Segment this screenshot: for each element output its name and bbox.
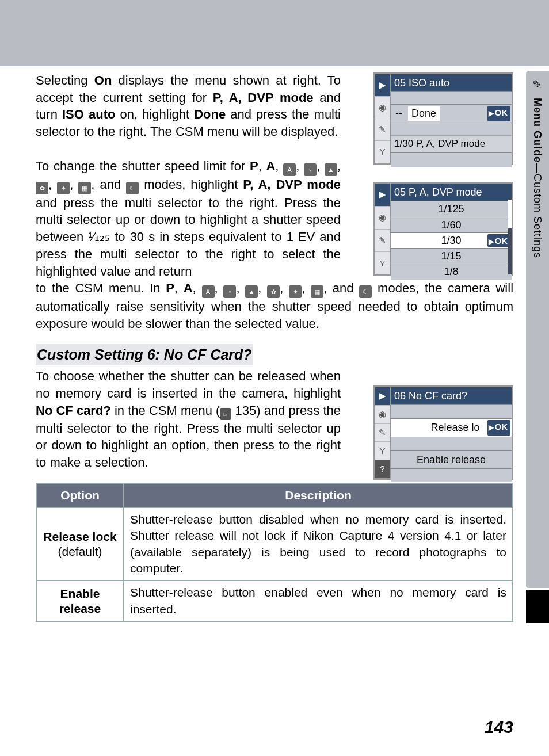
- text: to the CSM menu. In: [36, 281, 166, 295]
- text: ,: [174, 281, 184, 295]
- text: To choose whether the shutter can be rel…: [36, 369, 341, 400]
- page-number: 143: [485, 716, 513, 739]
- text-bold: A: [184, 281, 193, 295]
- landscape-mode-icon: ▲: [325, 163, 337, 176]
- col-option: Option: [36, 483, 124, 507]
- fraction: ¹⁄₁₂₅: [88, 230, 110, 244]
- sports-mode-icon: ✦: [57, 182, 70, 194]
- text-bold: On: [94, 73, 112, 87]
- auto-mode-icon: A: [202, 285, 215, 298]
- option-default: (default): [43, 544, 117, 559]
- table-row: Release lock (default) Shutter-release b…: [36, 507, 513, 581]
- paragraph-iso-auto: Selecting On displays the menu shown at …: [36, 72, 341, 140]
- auto-mode-icon: A: [283, 163, 296, 176]
- text: ,: [258, 159, 266, 173]
- text: modes, highlight: [139, 177, 243, 192]
- table-row: Enable release Shutter-release button en…: [36, 581, 513, 621]
- col-description: Description: [124, 483, 513, 507]
- side-tab-label: Menu Guide—Custom Settings: [531, 98, 544, 258]
- header-band: [0, 0, 549, 66]
- macro-mode-icon: ✿: [267, 285, 280, 298]
- paragraph-shutter-limit-cont: to the CSM menu. In P, A, A, ♀, ▲, ✿, ✦,…: [36, 280, 513, 332]
- heading-title: No CF Card?: [164, 346, 252, 362]
- pencil-icon: ✎: [531, 77, 543, 92]
- night-portrait-mode-icon: ☾: [126, 182, 139, 194]
- portrait-mode-icon: ♀: [304, 163, 317, 176]
- night-mode-icon: ▦: [311, 285, 323, 298]
- page-content: Selecting On displays the menu shown at …: [36, 72, 513, 622]
- night-portrait-mode-icon: ☾: [359, 285, 372, 298]
- text: ,: [193, 281, 202, 295]
- text: in the CSM menu (: [111, 403, 220, 418]
- option-name-cell: Enable release: [36, 581, 124, 621]
- heading-custom-setting-6: Custom Setting 6: No CF Card?: [36, 344, 253, 366]
- option-desc: Shutter-release button enabled even when…: [124, 581, 513, 621]
- text-bold: P: [250, 159, 258, 173]
- text: , and: [323, 281, 359, 295]
- options-table: Option Description Release lock (default…: [36, 483, 513, 622]
- text-bold: P, A, DVP mode: [243, 177, 341, 192]
- option-name-cell: Release lock (default): [36, 507, 124, 581]
- text: Selecting: [36, 73, 94, 87]
- text: , and: [91, 177, 126, 192]
- heading-prefix: Custom Setting 6:: [37, 346, 164, 362]
- text-bold: A: [266, 159, 275, 173]
- text: on, highlight: [115, 107, 194, 121]
- sports-mode-icon: ✦: [289, 285, 302, 298]
- side-tab-bold: Menu Guide—: [532, 98, 543, 174]
- macro-mode-icon: ✿: [36, 182, 48, 194]
- text: ,: [275, 159, 283, 173]
- text-bold: P, A, DVP mode: [213, 90, 314, 105]
- landscape-mode-icon: ▲: [245, 285, 258, 298]
- option-desc: Shutter-release button disabled when no …: [124, 507, 513, 581]
- page-ref-icon: ☞: [220, 408, 231, 420]
- table-header-row: Option Description: [36, 483, 513, 507]
- text: To change the shutter speed limit for: [36, 159, 250, 173]
- option-name: Release lock: [43, 530, 116, 543]
- paragraph-no-cf: To choose whether the shutter can be rel…: [36, 368, 341, 471]
- side-tab-thin: Custom Settings: [532, 174, 543, 258]
- portrait-mode-icon: ♀: [223, 285, 236, 298]
- text-bold: No CF card?: [36, 403, 111, 418]
- side-tab: ✎ Menu Guide—Custom Settings: [526, 71, 549, 588]
- text-bold: ISO auto: [62, 107, 115, 121]
- text-bold: Done: [194, 107, 226, 121]
- paragraph-shutter-limit: To change the shutter speed limit for P,…: [36, 158, 341, 280]
- option-name: Enable release: [59, 587, 101, 615]
- section-tab-marker: [526, 590, 549, 623]
- text-bold: P: [166, 281, 174, 295]
- page-ref: 135: [235, 403, 257, 418]
- night-mode-icon: ▦: [78, 182, 91, 194]
